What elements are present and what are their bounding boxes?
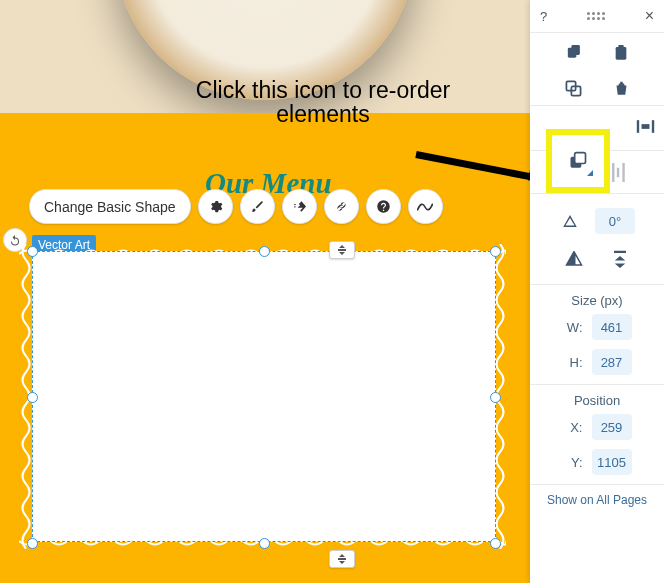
annotation-text: Click this icon to re-order elements (163, 78, 483, 126)
resize-handle[interactable] (27, 392, 38, 403)
svg-rect-16 (614, 251, 626, 253)
svg-rect-3 (616, 47, 627, 60)
animation-button[interactable] (282, 189, 317, 224)
reorder-highlight (546, 129, 610, 193)
flip-horizontal-button[interactable] (563, 248, 585, 270)
copy-icon (565, 45, 582, 62)
resize-handle[interactable] (490, 246, 501, 257)
svg-rect-14 (617, 167, 619, 177)
reorder-icon (568, 151, 588, 171)
panel-help-button[interactable]: ? (540, 9, 547, 24)
resize-handle[interactable] (27, 246, 38, 257)
panel-drag-grip[interactable] (587, 12, 605, 20)
rotate-icon (561, 213, 579, 229)
y-input[interactable]: 1105 (592, 449, 632, 475)
resize-handle[interactable] (27, 538, 38, 549)
gear-icon (208, 199, 223, 214)
panel-close-button[interactable]: × (645, 7, 654, 25)
svg-rect-18 (575, 153, 586, 164)
distribute-vertical-button[interactable] (609, 161, 631, 183)
svg-rect-2 (571, 45, 580, 55)
duplicate-button[interactable] (562, 77, 584, 99)
x-label: X: (563, 420, 583, 435)
stretch-handle-top[interactable] (329, 241, 355, 259)
reorder-button[interactable] (561, 144, 595, 178)
svg-rect-13 (612, 163, 614, 182)
link-button[interactable] (324, 189, 359, 224)
resize-handle[interactable] (490, 392, 501, 403)
undo-icon (9, 234, 21, 246)
height-label: H: (563, 355, 583, 370)
width-input[interactable]: 461 (592, 314, 632, 340)
design-button[interactable] (198, 189, 233, 224)
animation-icon (291, 199, 308, 214)
svg-rect-4 (618, 45, 623, 48)
inspector-panel: ? × (530, 0, 664, 583)
help-button[interactable] (366, 189, 401, 224)
flip-vertical-button[interactable] (609, 248, 631, 270)
width-label: W: (563, 320, 583, 335)
height-input[interactable]: 287 (592, 349, 632, 375)
svg-rect-7 (636, 120, 638, 133)
size-section-title: Size (px) (530, 293, 664, 308)
position-section-title: Position (530, 393, 664, 408)
duplicate-icon (565, 80, 582, 97)
resize-handle[interactable] (259, 246, 270, 257)
rotate-button[interactable] (559, 210, 581, 232)
element-toolbar: Change Basic Shape (29, 189, 443, 224)
show-on-all-pages-button[interactable]: Show on All Pages (530, 484, 664, 515)
resize-handle[interactable] (259, 538, 270, 549)
stretch-handle-bottom[interactable] (329, 550, 355, 568)
stretch-icon (336, 554, 348, 564)
distribute-v-icon (612, 163, 628, 182)
trash-icon (614, 80, 629, 97)
selected-shape[interactable] (32, 251, 496, 542)
question-icon (376, 199, 391, 214)
undo-button[interactable] (3, 228, 27, 252)
change-shape-button[interactable]: Change Basic Shape (29, 189, 191, 224)
rotate-value[interactable]: 0° (595, 208, 635, 234)
brush-icon (250, 199, 265, 214)
curve-button[interactable] (408, 189, 443, 224)
resize-handle[interactable] (490, 538, 501, 549)
stretch-icon (336, 245, 348, 255)
align-edges-icon (636, 117, 655, 136)
flip-v-icon (612, 250, 628, 268)
y-label: Y: (563, 455, 583, 470)
editor-canvas[interactable]: Click this icon to re-order elements Our… (0, 0, 530, 583)
svg-rect-9 (641, 124, 649, 129)
flip-h-icon (565, 251, 583, 267)
svg-rect-8 (651, 120, 653, 133)
svg-rect-15 (622, 163, 624, 182)
curve-icon (417, 201, 433, 213)
align-edges-button[interactable] (634, 115, 656, 137)
stroke-button[interactable] (240, 189, 275, 224)
delete-button[interactable] (610, 77, 632, 99)
copy-button[interactable] (562, 42, 584, 64)
x-input[interactable]: 259 (592, 414, 632, 440)
dropdown-indicator-icon (587, 170, 593, 176)
annotation-arrow (416, 126, 546, 176)
paste-icon (613, 44, 629, 62)
paste-button[interactable] (610, 42, 632, 64)
link-icon (334, 199, 349, 214)
